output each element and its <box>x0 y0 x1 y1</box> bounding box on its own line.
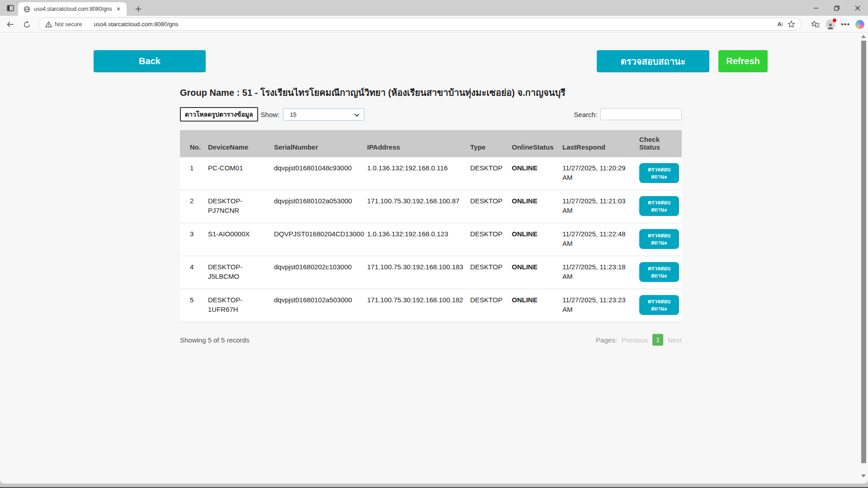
download-table-image-button[interactable]: ดาวโหลดรูปตารางข้อมูล <box>180 107 258 122</box>
cell-onlinestatus: ONLINE <box>507 223 558 256</box>
cell-type: DESKTOP <box>466 256 507 289</box>
cell-serialnumber: dqvpjst01680102a503000 <box>269 289 363 322</box>
favorite-star-icon[interactable] <box>786 19 797 30</box>
records-summary: Showing 5 of 5 records <box>180 336 249 344</box>
notification-dot <box>833 19 836 22</box>
cell-lastrespond: 11/27/2025, 11:23:18 AM <box>558 256 635 289</box>
back-nav-icon[interactable] <box>5 19 15 29</box>
cell-devicename: DESKTOP-J5LBCMO <box>203 256 269 289</box>
cell-type: DESKTOP <box>466 223 507 256</box>
col-header-lastrespond: LastRespond <box>558 130 635 157</box>
minimize-button[interactable] <box>806 0 826 16</box>
col-header-no: No. <box>180 130 203 157</box>
warning-triangle-icon <box>45 21 52 28</box>
col-header-serialnumber: SerialNumber <box>269 130 363 157</box>
cell-devicename: DESKTOP-PJ7NCNR <box>203 190 269 223</box>
group-title: Group Name : 51 - โรงเรียนไทรโยคมณีกาญน์… <box>180 85 682 100</box>
cell-onlinestatus: ONLINE <box>507 157 558 190</box>
table-row: 5 DESKTOP-1UFR67H dqvpjst01680102a503000… <box>180 289 682 322</box>
col-header-ipaddress: IPAddress <box>363 130 466 157</box>
search-label: Search: <box>574 111 597 118</box>
table-row: 3 S1-AIO0000X DQVPJST01680204CD13000 1.0… <box>180 223 682 256</box>
read-aloud-icon[interactable]: A⟩ <box>775 19 786 30</box>
url-text: uso4.starcatcloud.com:8080/gns <box>94 21 775 28</box>
table-header-row: No. DeviceName SerialNumber IPAddress Ty… <box>180 130 682 157</box>
row-check-status-button[interactable]: ตรวจสอบสถานะ <box>639 229 679 249</box>
security-label: Not secure <box>55 21 82 28</box>
cell-devicename: PC-COM01 <box>203 157 269 190</box>
cell-type: DESKTOP <box>466 190 507 223</box>
next-page-link[interactable]: Next <box>668 336 682 344</box>
browser-titlebar: uso4.starcatcloud.com:8080/gns ✕ <box>0 0 868 16</box>
cell-no: 1 <box>180 157 203 190</box>
profile-avatar[interactable] <box>826 19 835 29</box>
col-header-onlinestatus: OnlineStatus <box>507 130 558 157</box>
pages-label: Pages: <box>596 336 617 344</box>
cell-lastrespond: 11/27/2025, 11:21:03 AM <box>558 190 635 223</box>
tab-actions-icon[interactable] <box>5 3 15 13</box>
browser-tab[interactable]: uso4.starcatcloud.com:8080/gns ✕ <box>18 2 127 16</box>
web-page: Back ตรวจสอบสถานะ Refresh Group Name : 5… <box>0 33 868 483</box>
cell-type: DESKTOP <box>466 157 507 190</box>
cell-onlinestatus: ONLINE <box>507 289 558 322</box>
scrollbar-down-arrow[interactable] <box>861 474 866 478</box>
cell-devicename: DESKTOP-1UFR67H <box>203 289 269 322</box>
col-header-type: Type <box>466 130 507 157</box>
cell-serialnumber: dqvpjst01680202c103000 <box>269 256 363 289</box>
cell-ipaddress: 171.100.75.30:192.168.100.183 <box>363 256 466 289</box>
new-tab-button[interactable] <box>133 4 144 14</box>
cell-no: 4 <box>180 256 203 289</box>
address-bar[interactable]: Not secure uso4.starcatcloud.com:8080/gn… <box>38 18 802 31</box>
cell-serialnumber: DQVPJST01680204CD13000 <box>269 223 363 256</box>
table-row: 2 DESKTOP-PJ7NCNR dqvpjst01680102a053000… <box>180 190 682 223</box>
cell-ipaddress: 171.100.75.30:192.168.100.182 <box>363 289 466 322</box>
table-row: 4 DESKTOP-J5LBCMO dqvpjst01680202c103000… <box>180 256 682 289</box>
restore-button[interactable] <box>826 0 847 16</box>
copilot-icon[interactable] <box>855 20 864 29</box>
page-size-value: 15 <box>290 111 296 118</box>
cell-serialnumber: dqvpjst01680102a053000 <box>269 190 363 223</box>
show-label: Show: <box>261 111 280 118</box>
cell-lastrespond: 11/27/2025, 11:23:23 AM <box>558 289 635 322</box>
favorites-bar-icon[interactable] <box>811 20 820 28</box>
cell-type: DESKTOP <box>466 289 507 322</box>
row-check-status-button[interactable]: ตรวจสอบสถานะ <box>639 295 679 315</box>
cell-lastrespond: 11/27/2025, 11:22:48 AM <box>558 223 635 256</box>
row-check-status-button[interactable]: ตรวจสอบสถานะ <box>639 262 679 282</box>
cell-serialnumber: dqvpjst016801048c93000 <box>269 157 363 190</box>
cell-onlinestatus: ONLINE <box>507 190 558 223</box>
scrollbar-up-arrow[interactable] <box>861 35 866 38</box>
current-page-badge[interactable]: 1 <box>652 334 663 346</box>
chevron-down-icon <box>354 112 360 118</box>
cell-no: 3 <box>180 223 203 256</box>
tab-close-icon[interactable]: ✕ <box>115 5 122 13</box>
cell-ipaddress: 171.100.75.30:192.168.100.87 <box>363 190 466 223</box>
cell-ipaddress: 1.0.136.132:192.168.0.123 <box>363 223 466 256</box>
close-window-button[interactable] <box>847 0 868 16</box>
cell-ipaddress: 1.0.136.132:192.168.0.116 <box>363 157 466 190</box>
previous-page-link[interactable]: Previous <box>622 336 648 344</box>
cell-onlinestatus: ONLINE <box>507 256 558 289</box>
row-check-status-button[interactable]: ตรวจสอบสถานะ <box>639 196 679 216</box>
col-header-devicename: DeviceName <box>203 130 269 157</box>
cell-no: 5 <box>180 289 203 322</box>
globe-favicon-icon <box>24 6 30 13</box>
refresh-button[interactable]: Refresh <box>718 50 768 72</box>
vertical-scrollbar-thumb[interactable] <box>861 41 866 463</box>
cell-no: 2 <box>180 190 203 223</box>
cell-lastrespond: 11/27/2025, 11:20:29 AM <box>558 157 635 190</box>
devices-table: No. DeviceName SerialNumber IPAddress Ty… <box>180 130 682 322</box>
table-row: 1 PC-COM01 dqvpjst016801048c93000 1.0.13… <box>180 157 682 190</box>
security-indicator[interactable]: Not secure <box>45 21 82 28</box>
window-bottom-frame <box>0 483 868 488</box>
tab-title: uso4.starcatcloud.com:8080/gns <box>34 6 115 12</box>
refresh-nav-icon[interactable] <box>22 19 32 29</box>
browser-toolbar: Not secure uso4.starcatcloud.com:8080/gn… <box>0 16 868 33</box>
cell-devicename: S1-AIO0000X <box>203 223 269 256</box>
page-size-select[interactable]: 15 <box>283 108 364 121</box>
col-header-checkstatus: Check Status <box>635 130 682 157</box>
settings-menu-icon[interactable]: ••• <box>841 20 850 28</box>
search-input[interactable] <box>600 108 682 120</box>
row-check-status-button[interactable]: ตรวจสอบสถานะ <box>639 163 679 183</box>
